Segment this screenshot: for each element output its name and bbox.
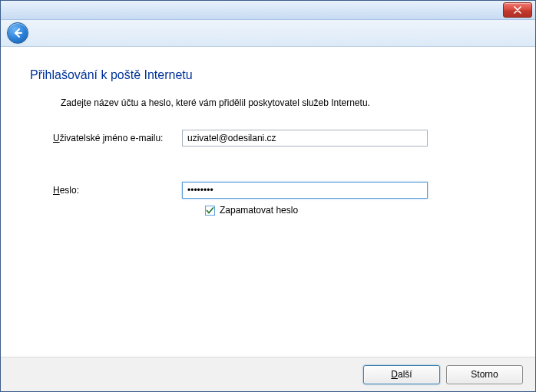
instruction-text: Zadejte název účtu a heslo, které vám př… <box>61 97 506 108</box>
navbar <box>1 20 535 47</box>
form: Uživatelské jméno e-mailu: Heslo: Zapama… <box>53 130 506 216</box>
password-label: Heslo: <box>53 185 182 196</box>
close-button[interactable] <box>503 2 532 18</box>
password-row: Heslo: <box>53 182 506 199</box>
back-button[interactable] <box>7 22 28 44</box>
check-icon <box>206 206 214 215</box>
titlebar <box>1 1 535 20</box>
next-button[interactable]: Další <box>363 365 440 384</box>
remember-row: Zapamatovat heslo <box>205 205 506 216</box>
remember-label: Zapamatovat heslo <box>220 205 298 216</box>
remember-checkbox[interactable] <box>205 206 215 216</box>
username-row: Uživatelské jméno e-mailu: <box>53 130 506 147</box>
wizard-window: Přihlašování k poště Internetu Zadejte n… <box>0 0 536 392</box>
page-title: Přihlašování k poště Internetu <box>30 68 506 82</box>
password-input[interactable] <box>182 182 428 199</box>
cancel-button[interactable]: Storno <box>446 365 523 384</box>
username-input[interactable] <box>182 130 428 147</box>
content-area: Přihlašování k poště Internetu Zadejte n… <box>1 47 535 357</box>
footer: Další Storno <box>1 357 535 391</box>
close-icon <box>514 6 521 14</box>
username-label: Uživatelské jméno e-mailu: <box>53 133 182 143</box>
arrow-left-icon <box>12 28 23 38</box>
